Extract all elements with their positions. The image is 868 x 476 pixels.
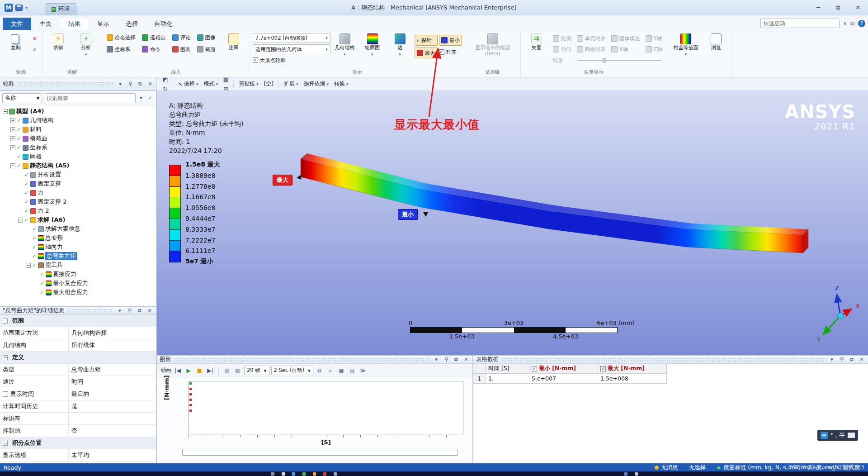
max-result-flag[interactable]: 最大	[273, 175, 292, 186]
min-result-flag[interactable]: 最小	[398, 209, 418, 220]
duration-combo[interactable]: 2 Sec (自动)▾	[271, 366, 313, 375]
vector-scale-button[interactable]: 比例	[551, 33, 573, 44]
tree-item[interactable]: ✓ 总变形	[0, 233, 156, 243]
grid-aligned-button[interactable]: 网格对齐	[575, 44, 608, 55]
probe-toggle[interactable]: ⌕ 探针	[415, 35, 438, 46]
select-dropdown[interactable]: ↖选择▾	[176, 80, 201, 88]
menu-tab[interactable]: 结果	[60, 18, 89, 30]
solve-button[interactable]: ⚡ 求解	[45, 32, 71, 64]
details-value[interactable]: 是	[69, 402, 156, 410]
taskbar-icon[interactable]	[282, 472, 285, 476]
body-select-icon[interactable]: ▩	[221, 77, 231, 84]
maximize-icon[interactable]: ⧉	[848, 357, 855, 362]
align-checkbox[interactable]: ✓ 对齐	[439, 48, 462, 57]
tree-item[interactable]: ✓ 求解方案信息	[0, 224, 156, 233]
time-slider[interactable]	[182, 449, 458, 456]
z-axis-button[interactable]: Z轴	[644, 44, 664, 55]
tree-expander[interactable]: −	[10, 163, 15, 168]
ribbon-insert-button[interactable]: 图表	[170, 44, 194, 55]
checkbox-icon[interactable]: ✓	[532, 366, 537, 371]
tree-expander[interactable]: −	[3, 109, 8, 114]
y-axis-button[interactable]: Y轴	[644, 33, 664, 44]
delete-icon[interactable]: ✕	[30, 34, 39, 43]
tree-expander[interactable]: +	[10, 136, 15, 141]
close-icon[interactable]: ✕	[858, 357, 865, 362]
first-frame-button[interactable]: |◀	[173, 366, 182, 375]
panel-drag-area[interactable]	[67, 309, 114, 313]
tree-expander[interactable]: +	[10, 145, 15, 150]
details-value[interactable]: 最后的	[69, 390, 156, 398]
slider-handle[interactable]	[603, 58, 606, 62]
chevron-down-icon[interactable]: ▾	[116, 308, 123, 314]
close-icon[interactable]: ✕	[146, 308, 153, 314]
chevron-down-icon[interactable]: ▾	[828, 357, 835, 362]
convert-dropdown[interactable]: 转换▾	[332, 80, 351, 88]
details-value[interactable]: 否	[69, 427, 156, 435]
beam-model[interactable]	[157, 91, 868, 355]
result-scale-combo[interactable]: 7.7e+002 (自动缩放)▾	[253, 33, 330, 43]
export-video-icon[interactable]: ⧉	[315, 366, 324, 375]
maximize-icon[interactable]: ⧉	[136, 308, 143, 314]
more-icon[interactable]: ≫	[359, 366, 368, 375]
ribbon-insert-button[interactable]: 命令	[140, 44, 170, 55]
collapse-icon[interactable]: −	[3, 441, 8, 446]
ribbon-insert-button[interactable]: 命名选择	[105, 32, 139, 43]
tree-expander[interactable]: −	[18, 218, 23, 223]
orientation-triad[interactable]: Z X Y	[801, 281, 865, 355]
menu-tab[interactable]: 显示	[89, 18, 118, 30]
details-value[interactable]: 时间	[69, 378, 156, 386]
tree-item[interactable]: ✓ 固定支撑 2	[0, 197, 156, 206]
outline-search-input[interactable]	[44, 93, 136, 103]
qat-dropdown-icon[interactable]: ▾	[25, 5, 28, 10]
ime-mode-icon[interactable]: 中	[821, 432, 828, 439]
details-value[interactable]: 几何结构选择	[69, 329, 156, 337]
table-row[interactable]: 1 1. 5.e+007 1.5e+008	[473, 374, 868, 384]
stop-button[interactable]: ■	[195, 366, 204, 375]
frames-combo[interactable]: 20 帧▾	[244, 366, 269, 375]
menu-tab[interactable]: 主页	[31, 18, 60, 30]
reduced-model-button[interactable]: 显示缩小的模型 (Beta)	[468, 32, 518, 64]
sheet-icon[interactable]: ⧉	[850, 20, 854, 27]
taskbar-icon[interactable]	[302, 472, 306, 476]
taskbar-icon[interactable]	[271, 472, 274, 476]
close-button[interactable]: ✕	[848, 0, 868, 15]
tree-item[interactable]: ✓ 直接应力	[0, 270, 156, 279]
details-value[interactable]: 所有线体	[69, 341, 156, 349]
contour-display-button[interactable]: 轮廓图▾	[359, 32, 386, 64]
tree-expander[interactable]: +	[10, 127, 15, 132]
tree-item[interactable]: ✓ 最大组合应力	[0, 288, 156, 297]
ribbon-insert-button[interactable]: 图像	[195, 32, 219, 43]
collapse-ribbon-icon[interactable]: ∧	[843, 20, 847, 27]
tree-item[interactable]: ✓ 分析设置	[0, 170, 156, 179]
mode-dropdown[interactable]: 模式▾	[202, 80, 221, 88]
close-icon[interactable]: ✕	[146, 81, 154, 87]
grid-icon[interactable]: ▦	[337, 366, 346, 375]
quick-launch-input[interactable]	[760, 19, 840, 28]
select-by-dropdown[interactable]: 选择依据▾	[302, 80, 331, 88]
find-icon[interactable]: ⌕	[30, 45, 39, 54]
taskbar-icon[interactable]	[624, 472, 627, 476]
tree-item[interactable]: − ✓ 梁工具	[0, 261, 156, 270]
pin-icon[interactable]: ⚲	[443, 357, 450, 362]
close-icon[interactable]: ✕	[462, 357, 470, 362]
panel-drag-area[interactable]	[501, 357, 826, 362]
large-vertex-checkbox[interactable]: ✓ 大顶点轮廓	[253, 56, 330, 65]
pin-icon[interactable]: ⚲	[838, 357, 845, 362]
isometric-view-icon[interactable]: ◩	[160, 77, 170, 84]
maximize-icon[interactable]: ⧉	[137, 81, 144, 87]
ime-toolbar[interactable]: 中 °，半	[817, 430, 859, 441]
taskbar-icon[interactable]	[292, 472, 295, 476]
details-value[interactable]: 未平均	[69, 451, 156, 459]
multi-select-icon[interactable]: ⊞	[221, 84, 231, 91]
tree-expander[interactable]: +	[10, 118, 15, 123]
tree-item[interactable]: − ✓ 静态结构 (A5)	[0, 161, 156, 170]
taskbar-icon[interactable]	[334, 472, 337, 476]
zoom-chart-icon[interactable]: ⌕	[326, 366, 335, 375]
time-column-header[interactable]: 时间 [S]	[486, 364, 529, 374]
app-icon[interactable]: M	[5, 4, 13, 12]
geometry-display-button[interactable]: 几何结构▾	[332, 32, 358, 64]
chart-stacked-icon[interactable]: ▥	[233, 366, 242, 375]
analyze-button[interactable]: ⚡ 分析 ▾	[73, 32, 99, 64]
ribbon-insert-button[interactable]: 截面	[195, 44, 219, 55]
taskbar-icon[interactable]	[313, 472, 316, 476]
